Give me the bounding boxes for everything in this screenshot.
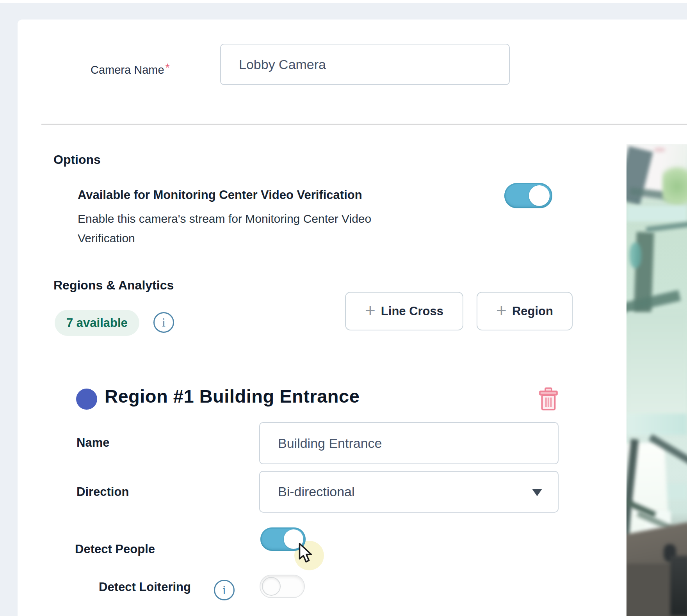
detect-loitering-toggle[interactable] (260, 575, 305, 598)
preview-shape (654, 147, 666, 152)
region-name-input[interactable] (259, 422, 559, 464)
toggle-knob (529, 185, 550, 206)
preview-shape (646, 222, 687, 232)
direction-label: Direction (77, 485, 129, 499)
add-region-button[interactable]: + Region (477, 292, 573, 330)
options-heading: Options (53, 153, 101, 167)
direction-dropdown[interactable]: Bi-directional (259, 471, 559, 513)
direction-selected-value: Bi-directional (278, 484, 355, 499)
loitering-info-icon[interactable]: i (214, 580, 235, 600)
preview-shape (626, 414, 687, 435)
available-count-badge: 7 available (55, 310, 139, 336)
regions-analytics-heading: Regions & Analytics (53, 278, 174, 293)
detect-loitering-label: Detect Loitering (99, 580, 191, 594)
chevron-down-icon (532, 489, 542, 496)
region-button-label: Region (512, 304, 553, 318)
region-name-label: Name (77, 436, 109, 450)
region-color-dot (76, 389, 97, 410)
add-line-cross-button[interactable]: + Line Cross (345, 292, 463, 330)
section-divider (41, 124, 687, 125)
detect-people-label: Detect People (75, 542, 155, 556)
delete-region-trash-icon[interactable] (537, 387, 559, 411)
info-icon[interactable]: i (153, 312, 174, 333)
preview-shape (670, 556, 687, 616)
preview-shape (630, 243, 641, 268)
preview-shape (626, 206, 687, 222)
plus-icon: + (365, 300, 376, 321)
mouse-cursor-icon (298, 543, 314, 564)
info-icon-glyph: i (162, 315, 166, 330)
camera-name-label: Camera Name* (91, 61, 170, 76)
info-icon-glyph: i (222, 583, 226, 597)
camera-name-label-text: Camera Name (91, 64, 164, 76)
toggle-knob (262, 577, 281, 596)
camera-preview-image (626, 144, 687, 616)
region-title: Region #1 Building Entrance (105, 385, 360, 407)
preview-shape (626, 312, 687, 417)
monitoring-verification-label: Available for Monitoring Center Video Ve… (78, 188, 362, 202)
monitoring-verification-description: Enable this camera's stream for Monitori… (78, 209, 413, 248)
plus-icon: + (496, 300, 507, 321)
camera-name-input[interactable] (220, 44, 510, 85)
preview-shape (662, 163, 687, 210)
line-cross-button-label: Line Cross (381, 304, 443, 318)
required-asterisk: * (166, 61, 170, 74)
monitoring-verification-toggle[interactable] (504, 183, 552, 208)
